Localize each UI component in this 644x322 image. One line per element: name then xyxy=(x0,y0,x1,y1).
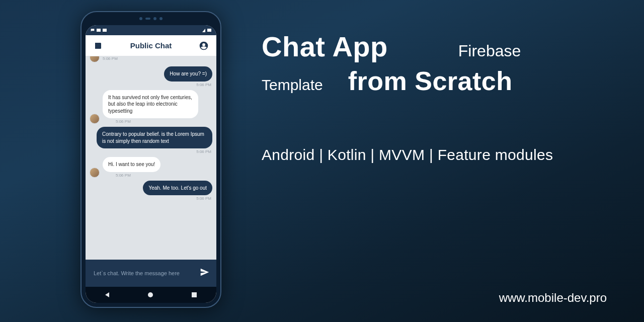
phone-screen: Public Chat 5:06 PM How are you? =) 5:06… xyxy=(86,25,216,303)
message-bubble: How are you? =) xyxy=(164,66,212,82)
hero-title-2: from Scratch xyxy=(348,66,513,96)
hero-block: Chat App Firebase Template from Scratch … xyxy=(262,30,614,164)
app-header: Public Chat xyxy=(86,35,216,56)
message-input-bar: Let`s chat. Write the message here xyxy=(86,260,216,287)
phone-frame: Public Chat 5:06 PM How are you? =) 5:06… xyxy=(80,11,221,308)
menu-icon[interactable] xyxy=(93,40,104,51)
message-bubble: Yeah. Me too. Let's go out xyxy=(143,181,212,196)
sensor-dot xyxy=(153,17,156,20)
sensor-speaker xyxy=(145,18,150,20)
status-app-icon xyxy=(103,29,107,32)
phone-sensor-strip xyxy=(82,12,220,25)
message-row-incoming: It has survived not only five centuries,… xyxy=(90,90,212,124)
message-input[interactable]: Let`s chat. Write the message here xyxy=(94,270,194,276)
nav-home-icon[interactable] xyxy=(148,292,153,297)
status-signal-icon xyxy=(202,29,205,32)
status-msg-icon xyxy=(91,28,95,32)
message-time: 5:06 PM xyxy=(103,119,212,124)
message-bubble: It has survived not only five centuries,… xyxy=(103,90,198,119)
hero-title-1: Chat App xyxy=(262,30,388,63)
send-button[interactable] xyxy=(199,267,210,280)
message-row-outgoing: Yeah. Me too. Let's go out 5:06 PM xyxy=(90,181,212,201)
message-time: 5:06 PM xyxy=(90,196,212,201)
message-row-outgoing: Contrary to popular belief. is the Lorem… xyxy=(90,127,212,154)
avatar xyxy=(90,114,100,124)
message-bubble: Contrary to popular belief. is the Lorem… xyxy=(97,127,212,148)
hero-badge-firebase: Firebase xyxy=(458,42,521,60)
avatar xyxy=(90,168,100,178)
android-nav-bar xyxy=(86,287,216,303)
hero-tech-tags: Android | Kotlin | MVVM | Feature module… xyxy=(262,146,614,164)
status-app-icon xyxy=(97,29,101,32)
sensor-dot xyxy=(159,17,163,20)
message-row-incoming: Hi. I want to see you! 5:06 PM xyxy=(90,157,212,178)
footer-url: www.mobile-dev.pro xyxy=(499,291,607,305)
avatar xyxy=(90,56,100,62)
page-title: Public Chat xyxy=(130,41,172,50)
nav-back-icon[interactable] xyxy=(105,292,109,297)
nav-recent-icon[interactable] xyxy=(192,292,197,297)
message-time: 5:06 PM xyxy=(90,149,212,154)
message-cutoff: 5:06 PM xyxy=(90,56,212,63)
message-row-outgoing: How are you? =) 5:06 PM xyxy=(90,66,212,87)
android-status-bar xyxy=(86,25,216,35)
hero-badge-template: Template xyxy=(262,76,323,94)
sensor-dot xyxy=(139,17,142,20)
profile-icon[interactable] xyxy=(198,40,209,51)
message-bubble: Hi. I want to see you! xyxy=(103,157,160,172)
message-list[interactable]: 5:06 PM How are you? =) 5:06 PM It has s… xyxy=(86,56,216,260)
message-time: 5:06 PM xyxy=(90,83,212,87)
message-time: 5:06 PM xyxy=(103,173,212,178)
status-battery-icon xyxy=(207,29,211,32)
message-time: 5:06 PM xyxy=(103,56,118,61)
